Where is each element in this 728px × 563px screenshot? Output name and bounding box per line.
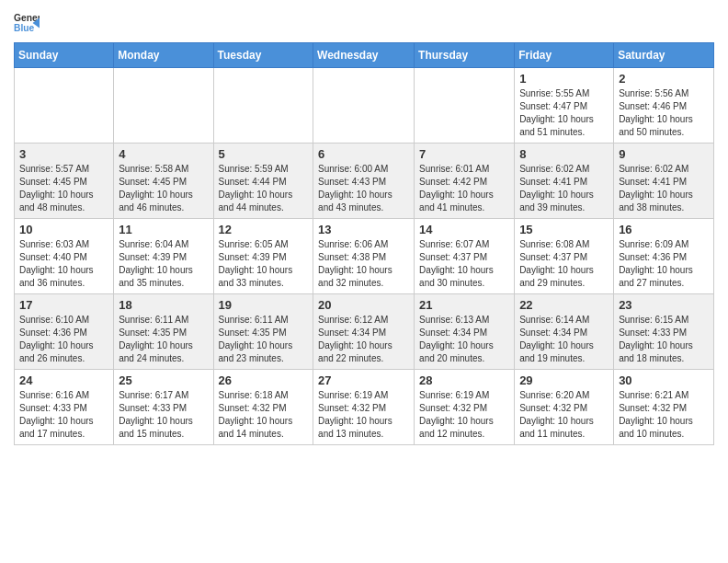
day-info: Sunrise: 6:11 AM Sunset: 4:35 PM Dayligh… [119,314,208,365]
day-info: Sunrise: 5:56 AM Sunset: 4:46 PM Dayligh… [619,87,709,139]
calendar-cell: 26Sunrise: 6:18 AM Sunset: 4:32 PM Dayli… [213,370,313,445]
day-number: 14 [419,223,509,236]
day-number: 29 [519,373,609,387]
weekday-header: Tuesday [213,43,313,68]
weekday-header: Wednesday [313,43,415,68]
day-number: 26 [219,373,309,387]
calendar-cell: 17Sunrise: 6:10 AM Sunset: 4:36 PM Dayli… [15,294,114,370]
day-number: 20 [318,298,409,312]
day-info: Sunrise: 6:02 AM Sunset: 4:41 PM Dayligh… [519,163,609,214]
day-number: 21 [419,298,509,312]
day-number: 25 [119,373,208,387]
calendar-cell: 12Sunrise: 6:05 AM Sunset: 4:39 PM Dayli… [213,219,313,294]
day-info: Sunrise: 6:01 AM Sunset: 4:42 PM Dayligh… [419,163,509,214]
calendar-cell: 20Sunrise: 6:12 AM Sunset: 4:34 PM Dayli… [313,294,415,370]
calendar-cell: 29Sunrise: 6:20 AM Sunset: 4:32 PM Dayli… [515,370,614,445]
day-info: Sunrise: 6:18 AM Sunset: 4:32 PM Dayligh… [219,389,309,441]
day-number: 27 [318,373,409,387]
day-info: Sunrise: 6:07 AM Sunset: 4:37 PM Dayligh… [419,238,509,290]
calendar-table: SundayMondayTuesdayWednesdayThursdayFrid… [14,42,714,445]
page-header: General Blue [14,9,714,35]
calendar-week-row: 17Sunrise: 6:10 AM Sunset: 4:36 PM Dayli… [15,294,714,370]
day-number: 7 [419,147,509,161]
day-info: Sunrise: 6:17 AM Sunset: 4:33 PM Dayligh… [119,389,208,441]
day-number: 12 [219,223,309,236]
day-info: Sunrise: 6:10 AM Sunset: 4:36 PM Dayligh… [19,314,108,365]
day-number: 22 [519,298,609,312]
calendar-cell: 28Sunrise: 6:19 AM Sunset: 4:32 PM Dayli… [415,370,515,445]
day-number: 16 [619,223,709,236]
day-info: Sunrise: 6:08 AM Sunset: 4:37 PM Dayligh… [519,238,609,290]
day-info: Sunrise: 6:06 AM Sunset: 4:38 PM Dayligh… [318,238,409,290]
calendar-cell: 5Sunrise: 5:59 AM Sunset: 4:44 PM Daylig… [213,144,313,219]
calendar-cell: 27Sunrise: 6:19 AM Sunset: 4:32 PM Dayli… [313,370,415,445]
calendar-cell [213,68,313,144]
calendar-cell: 6Sunrise: 6:00 AM Sunset: 4:43 PM Daylig… [313,144,415,219]
day-number: 23 [619,298,709,312]
day-number: 13 [318,223,409,236]
calendar-cell: 3Sunrise: 5:57 AM Sunset: 4:45 PM Daylig… [15,144,114,219]
calendar-cell: 8Sunrise: 6:02 AM Sunset: 4:41 PM Daylig… [515,144,614,219]
day-number: 11 [119,223,208,236]
calendar-week-row: 10Sunrise: 6:03 AM Sunset: 4:40 PM Dayli… [15,219,714,294]
day-info: Sunrise: 6:04 AM Sunset: 4:39 PM Dayligh… [119,238,208,290]
calendar-cell: 19Sunrise: 6:11 AM Sunset: 4:35 PM Dayli… [213,294,313,370]
day-info: Sunrise: 5:57 AM Sunset: 4:45 PM Dayligh… [19,163,108,214]
day-info: Sunrise: 6:19 AM Sunset: 4:32 PM Dayligh… [419,389,509,441]
calendar-cell: 25Sunrise: 6:17 AM Sunset: 4:33 PM Dayli… [114,370,213,445]
calendar-cell: 1Sunrise: 5:55 AM Sunset: 4:47 PM Daylig… [515,68,614,144]
day-info: Sunrise: 5:58 AM Sunset: 4:45 PM Dayligh… [119,163,208,214]
calendar-cell: 21Sunrise: 6:13 AM Sunset: 4:34 PM Dayli… [415,294,515,370]
calendar-header-row: SundayMondayTuesdayWednesdayThursdayFrid… [15,43,714,68]
day-info: Sunrise: 6:02 AM Sunset: 4:41 PM Dayligh… [619,163,709,214]
logo-icon: General Blue [14,9,40,35]
day-number: 30 [619,373,709,387]
day-number: 28 [419,373,509,387]
day-info: Sunrise: 5:59 AM Sunset: 4:44 PM Dayligh… [219,163,309,214]
day-info: Sunrise: 6:09 AM Sunset: 4:36 PM Dayligh… [619,238,709,290]
logo: General Blue [14,9,40,35]
day-info: Sunrise: 5:55 AM Sunset: 4:47 PM Dayligh… [519,87,609,139]
calendar-cell [114,68,213,144]
calendar-cell: 2Sunrise: 5:56 AM Sunset: 4:46 PM Daylig… [614,68,714,144]
day-number: 3 [19,147,108,161]
day-number: 19 [219,298,309,312]
calendar-cell: 22Sunrise: 6:14 AM Sunset: 4:34 PM Dayli… [515,294,614,370]
day-number: 8 [519,147,609,161]
day-info: Sunrise: 6:14 AM Sunset: 4:34 PM Dayligh… [519,314,609,365]
day-info: Sunrise: 6:00 AM Sunset: 4:43 PM Dayligh… [318,163,409,214]
weekday-header: Friday [515,43,614,68]
day-number: 18 [119,298,208,312]
day-number: 1 [519,72,609,86]
calendar-cell: 30Sunrise: 6:21 AM Sunset: 4:32 PM Dayli… [614,370,714,445]
day-number: 17 [19,298,108,312]
svg-text:Blue: Blue [14,23,35,33]
day-number: 9 [619,147,709,161]
calendar-cell: 16Sunrise: 6:09 AM Sunset: 4:36 PM Dayli… [614,219,714,294]
calendar-week-row: 24Sunrise: 6:16 AM Sunset: 4:33 PM Dayli… [15,370,714,445]
calendar-cell: 14Sunrise: 6:07 AM Sunset: 4:37 PM Dayli… [415,219,515,294]
day-info: Sunrise: 6:15 AM Sunset: 4:33 PM Dayligh… [619,314,709,365]
day-number: 2 [619,72,709,86]
calendar-cell [415,68,515,144]
weekday-header: Thursday [415,43,515,68]
day-number: 10 [19,223,108,236]
calendar-cell: 4Sunrise: 5:58 AM Sunset: 4:45 PM Daylig… [114,144,213,219]
calendar-cell: 23Sunrise: 6:15 AM Sunset: 4:33 PM Dayli… [614,294,714,370]
day-info: Sunrise: 6:16 AM Sunset: 4:33 PM Dayligh… [19,389,108,441]
calendar-week-row: 1Sunrise: 5:55 AM Sunset: 4:47 PM Daylig… [15,68,714,144]
day-info: Sunrise: 6:21 AM Sunset: 4:32 PM Dayligh… [619,389,709,441]
calendar-week-row: 3Sunrise: 5:57 AM Sunset: 4:45 PM Daylig… [15,144,714,219]
weekday-header: Saturday [614,43,714,68]
calendar-cell [15,68,114,144]
calendar-cell: 10Sunrise: 6:03 AM Sunset: 4:40 PM Dayli… [15,219,114,294]
calendar-cell: 15Sunrise: 6:08 AM Sunset: 4:37 PM Dayli… [515,219,614,294]
day-info: Sunrise: 6:20 AM Sunset: 4:32 PM Dayligh… [519,389,609,441]
page-container: General Blue SundayMondayTuesdayWednesda… [0,0,728,454]
calendar-cell: 11Sunrise: 6:04 AM Sunset: 4:39 PM Dayli… [114,219,213,294]
weekday-header: Monday [114,43,213,68]
day-number: 24 [19,373,108,387]
calendar-cell [313,68,415,144]
calendar-cell: 18Sunrise: 6:11 AM Sunset: 4:35 PM Dayli… [114,294,213,370]
day-number: 15 [519,223,609,236]
